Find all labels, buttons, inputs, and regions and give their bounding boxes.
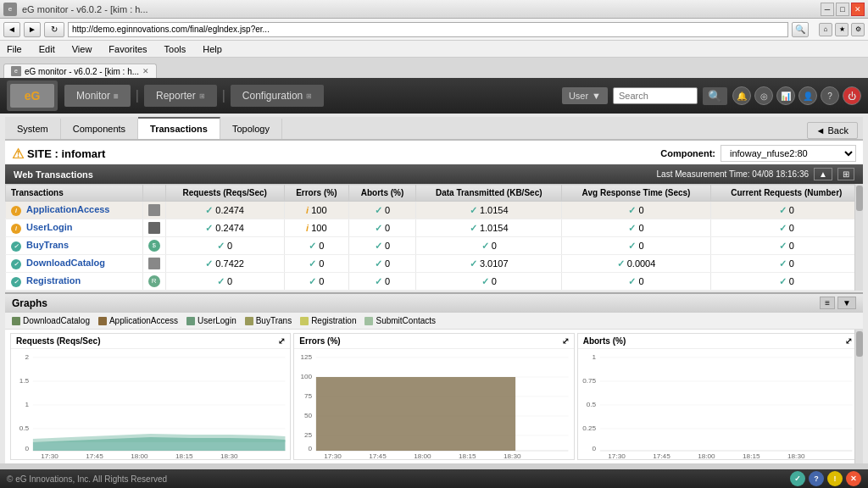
page-tab-bar: System Components Transactions Topology … <box>5 117 863 141</box>
star-icon[interactable]: ★ <box>835 23 849 36</box>
status-icon-2[interactable]: ? <box>809 471 824 486</box>
svg-text:50: 50 <box>304 413 312 419</box>
table-row[interactable]: ✓ DownloadCatalog ✓ 0.7422 ✓ 0 ✓ 0 ✓ 3.0… <box>6 255 863 273</box>
edit-menu[interactable]: Edit <box>36 44 58 54</box>
svg-text:17:30: 17:30 <box>41 453 58 459</box>
search-go-button[interactable]: 🔍 <box>703 87 727 105</box>
url-input[interactable] <box>68 22 788 37</box>
reporter-nav-button[interactable]: Reporter ⊞ <box>144 85 217 107</box>
cell-requests: ✓ 0.7422 <box>165 255 284 273</box>
component-section: Component: infoway_nfuse2:80 <box>660 145 856 162</box>
tab-system[interactable]: System <box>5 119 61 139</box>
col-errors: Errors (%) <box>284 185 348 202</box>
graph-collapse-button[interactable]: ▼ <box>837 297 856 309</box>
power-icon[interactable]: ⏻ <box>843 86 861 105</box>
errors-graph-canvas: 125 100 75 50 25 0 <box>294 349 573 459</box>
search-button[interactable]: 🔍 <box>792 22 809 37</box>
graphs-section: Graphs ≡ ▼ DownloadCatalogApplicationAcc… <box>5 292 863 463</box>
cell-value: 0 <box>385 241 390 251</box>
status-icon-4[interactable]: ✕ <box>846 471 861 486</box>
cell-value: 100 <box>311 223 326 233</box>
wt-bar-right: Last Measurement Time: 04/08 18:16:36 ▲ … <box>657 168 854 180</box>
cell-requests: ✓ 0.2474 <box>165 202 284 219</box>
status-text: © eG Innovations, Inc. All Rights Reserv… <box>7 474 167 484</box>
tab-topology[interactable]: Topology <box>220 119 282 139</box>
status-circle: i <box>11 224 21 234</box>
graphs-scrollbar[interactable] <box>854 330 863 463</box>
person-icon[interactable]: 👤 <box>798 86 817 105</box>
table-row[interactable]: ✓ Registration R ✓ 0 ✓ 0 ✓ 0 ✓ 0 ✓ 0 ✓ 0 <box>6 273 863 291</box>
user-dropdown[interactable]: User ▼ <box>562 87 608 104</box>
graphs-header: Graphs ≡ ▼ <box>5 292 863 313</box>
cell-errors: i 100 <box>284 219 348 237</box>
cell-aborts: ✓ 0 <box>348 202 415 219</box>
cell-transaction-name: ✓ DownloadCatalog <box>6 255 143 273</box>
cell-value: 0.7422 <box>215 258 244 269</box>
cell-data: ✓ 1.0154 <box>416 219 562 237</box>
col-transactions: Transactions <box>6 185 143 202</box>
cell-value: 1.0154 <box>480 223 509 233</box>
svg-text:2: 2 <box>25 354 30 361</box>
favorites-menu[interactable]: Favorites <box>105 44 150 54</box>
svg-text:18:30: 18:30 <box>220 453 238 459</box>
svg-text:0.5: 0.5 <box>19 425 29 432</box>
expand-button[interactable]: ⊞ <box>837 168 854 180</box>
file-menu[interactable]: File <box>3 44 25 54</box>
status-icon-3[interactable]: ! <box>827 471 843 486</box>
status-icon-1[interactable]: ✓ <box>790 471 805 486</box>
aborts-expand-icon[interactable]: ⤢ <box>845 336 852 346</box>
main-nav: Monitor ≡ | Reporter ⊞ | Configuration ⊞ <box>64 85 324 107</box>
browser-tab-eg[interactable]: e eG monitor - v6.0.2 - [kim : h... ✕ <box>3 64 157 78</box>
tools-menu[interactable]: Tools <box>161 44 190 54</box>
requests-graph-header: Requests (Reqs/Sec) ⤢ <box>11 334 290 349</box>
legend-color <box>300 317 309 325</box>
monitor-icon[interactable]: ◎ <box>754 86 773 105</box>
tab-components[interactable]: Components <box>61 119 138 139</box>
table-row[interactable]: i ApplicationAccess ✓ 0.2474 i 100 ✓ 0 ✓… <box>6 202 863 219</box>
table-row[interactable]: i UserLogin ✓ 0.2474 i 100 ✓ 0 ✓ 1.0154 … <box>6 219 863 237</box>
cell-errors: i 100 <box>284 202 348 219</box>
menu-icon: ≡ <box>114 92 119 101</box>
web-transactions-bar: Web Transactions Last Measurement Time: … <box>5 164 863 184</box>
view-menu[interactable]: View <box>69 44 96 54</box>
col-data: Data Transmitted (KB/Sec) <box>416 185 562 202</box>
svg-text:0: 0 <box>25 446 30 452</box>
home-icon[interactable]: ⌂ <box>819 23 832 36</box>
graph-layout-button[interactable]: ≡ <box>820 297 835 309</box>
check-indicator: ✓ <box>628 205 636 216</box>
svg-text:18:00: 18:00 <box>698 453 715 459</box>
close-button[interactable]: ✕ <box>851 3 865 16</box>
requests-expand-icon[interactable]: ⤢ <box>278 336 285 346</box>
back-button[interactable]: ◄ Back <box>807 122 858 139</box>
minimize-button[interactable]: ─ <box>821 3 834 16</box>
scrollbar-thumb[interactable] <box>856 186 863 211</box>
collapse-button[interactable]: ▲ <box>814 168 832 180</box>
component-dropdown[interactable]: infoway_nfuse2:80 <box>721 145 856 162</box>
logo-text: eG <box>25 89 41 103</box>
row-icon <box>148 204 160 216</box>
cell-value: 0 <box>385 205 390 215</box>
help-icon[interactable]: ? <box>821 86 839 105</box>
help-menu[interactable]: Help <box>199 44 225 54</box>
tab-close-button[interactable]: ✕ <box>142 67 149 75</box>
tab-transactions[interactable]: Transactions <box>138 117 220 139</box>
refresh-button[interactable]: ↻ <box>44 22 64 37</box>
settings-icon[interactable]: ⚙ <box>851 23 865 36</box>
search-input[interactable] <box>613 87 698 104</box>
cell-value: 0 <box>227 241 232 251</box>
table-row[interactable]: ✓ BuyTrans $ ✓ 0 ✓ 0 ✓ 0 ✓ 0 ✓ 0 ✓ 0 <box>6 237 863 255</box>
maximize-button[interactable]: □ <box>836 3 849 16</box>
bell-icon[interactable]: 🔔 <box>732 86 751 105</box>
graphs-scrollbar-thumb[interactable] <box>856 331 863 357</box>
monitor-nav-button[interactable]: Monitor ≡ <box>64 85 131 107</box>
back-nav-button[interactable]: ◄ <box>3 22 20 37</box>
cell-current: ✓ 0 <box>710 237 862 255</box>
errors-expand-icon[interactable]: ⤢ <box>562 336 569 346</box>
configuration-nav-button[interactable]: Configuration ⊞ <box>231 85 324 107</box>
forward-nav-button[interactable]: ► <box>24 22 41 37</box>
transaction-name: DownloadCatalog <box>26 258 105 268</box>
cell-requests: ✓ 0.2474 <box>165 219 284 237</box>
table-scrollbar[interactable] <box>854 184 863 291</box>
legend-color <box>364 317 373 325</box>
chart-icon[interactable]: 📊 <box>776 86 795 105</box>
